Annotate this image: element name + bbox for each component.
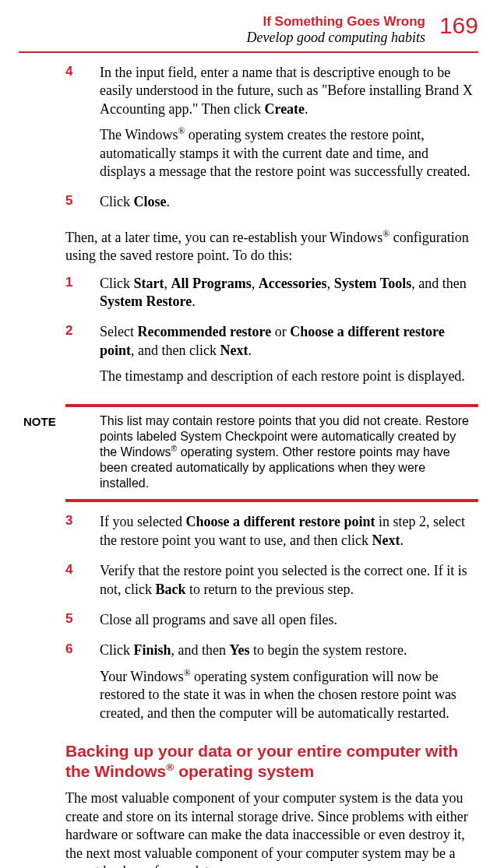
chapter-title: If Something Goes Wrong: [246, 14, 425, 30]
text: .: [248, 343, 252, 358]
registered-mark: ®: [166, 761, 174, 773]
step-body: Select Recommended restore or Choose a d…: [100, 323, 475, 393]
list-item: 3 If you selected Choose a different res…: [65, 513, 475, 557]
step-body: Click Close.: [100, 193, 170, 219]
bold-text: All Programs: [171, 276, 252, 291]
note-block: NOTE This list may contain restore point…: [19, 404, 478, 502]
text: Your Windows: [100, 669, 184, 684]
step-number: 4: [65, 64, 100, 188]
list-item: 6 Click Finish, and then Yes to begin th…: [65, 641, 475, 730]
step-number: 3: [65, 513, 100, 557]
bold-text: System Restore: [100, 293, 192, 309]
bold-text: System Tools: [334, 276, 412, 291]
step-body: Click Finish, and then Yes to begin the …: [100, 641, 475, 730]
registered-mark: ®: [178, 126, 185, 136]
list-item: 5 Click Close.: [65, 193, 475, 219]
text: to return to the previous step.: [186, 582, 354, 597]
step-body: Verify that the restore point you select…: [100, 562, 475, 606]
paragraph: Then, at a later time, you can re-establ…: [65, 229, 475, 265]
step-body: In the input field, enter a name that is…: [100, 64, 475, 188]
text: .: [400, 532, 404, 548]
bold-text: Next: [220, 343, 248, 358]
text: Click: [100, 276, 134, 291]
step-list-a: 4 In the input field, enter a name that …: [65, 64, 475, 220]
note-inner: NOTE This list may contain restore point…: [19, 413, 478, 491]
text: ,: [252, 276, 259, 291]
step-number: 5: [65, 611, 100, 637]
text: , and then: [171, 642, 230, 658]
header-text: If Something Goes Wrong Develop good com…: [246, 14, 425, 47]
note-rule-top: [65, 404, 478, 407]
text: Click: [100, 642, 134, 658]
step-body: Close all programs and save all open fil…: [100, 611, 337, 637]
text: The timestamp and description of each re…: [100, 367, 475, 385]
text: operating system: [174, 762, 314, 780]
bold-text: Finish: [134, 642, 171, 658]
step-number: 6: [65, 641, 100, 730]
step-number: 1: [65, 275, 100, 319]
page-number: 169: [439, 14, 478, 37]
page-content: 4 In the input field, enter a name that …: [19, 64, 478, 868]
section-title: Develop good computing habits: [246, 30, 425, 47]
page-header: If Something Goes Wrong Develop good com…: [19, 14, 478, 47]
note-label: NOTE: [19, 413, 100, 491]
step-number: 5: [65, 193, 100, 219]
bold-text: Next: [372, 532, 400, 548]
text: If you selected: [100, 514, 185, 529]
registered-mark: ®: [184, 668, 191, 678]
text: ,: [164, 276, 171, 291]
step-body: Click Start, All Programs, Accessories, …: [100, 275, 475, 319]
bold-text: Choose a different restore point: [185, 514, 375, 529]
step-list-b: 1 Click Start, All Programs, Accessories…: [65, 275, 475, 394]
subheading: Backing up your data or your entire comp…: [65, 741, 475, 782]
bold-text: Create: [264, 101, 305, 117]
bold-text: Back: [155, 582, 185, 597]
text: Then, at a later time, you can re-establ…: [65, 230, 382, 245]
step-number: 4: [65, 562, 100, 606]
step-list-c: 3 If you selected Choose a different res…: [65, 513, 475, 730]
text: or: [271, 324, 290, 339]
bold-text: Start: [134, 276, 164, 291]
step-number: 2: [65, 323, 100, 393]
text: to begin the system restore.: [250, 642, 407, 658]
list-item: 4 In the input field, enter a name that …: [65, 64, 475, 188]
text: , and then click: [131, 343, 220, 358]
note-rule-bottom: [65, 499, 478, 502]
text: Click: [100, 194, 134, 209]
list-item: 2 Select Recommended restore or Choose a…: [65, 323, 475, 393]
bold-text: Yes: [230, 642, 250, 658]
bold-text: Close: [134, 194, 167, 209]
bold-text: Recommended restore: [137, 324, 271, 339]
text: Select: [100, 324, 137, 339]
step-body: If you selected Choose a different resto…: [100, 513, 475, 557]
paragraph: The most valuable component of your comp…: [65, 789, 475, 868]
text: ,: [327, 276, 334, 291]
bold-text: Accessories: [259, 276, 327, 291]
text: .: [167, 194, 171, 209]
note-text: This list may contain restore points tha…: [100, 413, 478, 491]
list-item: 4 Verify that the restore point you sele…: [65, 562, 475, 606]
text: .: [305, 101, 308, 117]
text: .: [192, 293, 196, 309]
list-item: 5 Close all programs and save all open f…: [65, 611, 475, 637]
list-item: 1 Click Start, All Programs, Accessories…: [65, 275, 475, 319]
header-rule: [19, 51, 478, 53]
text: The Windows: [100, 127, 178, 142]
text: , and then: [411, 276, 466, 291]
registered-mark: ®: [382, 229, 389, 239]
text: Close all programs and save all open fil…: [100, 611, 337, 629]
